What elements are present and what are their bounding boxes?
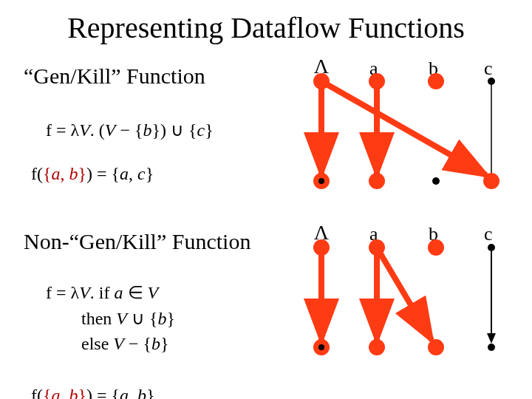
gen-kill-diagram: Λ [292,63,514,196]
node-c-top [488,78,495,85]
node2-lambda-top [313,239,330,256]
eq6-a: a [52,386,61,399]
eq1-mid3: }) ∪ { [152,120,197,140]
eq2-rc: c [137,164,146,183]
node-a-top [369,73,385,89]
page-title: Representing Dataflow Functions [0,10,532,45]
node-c-bot [483,173,499,189]
eq6-eq: ) = { [86,386,120,399]
eq5-b: b [151,334,160,353]
eq6-lhs: f( [31,386,43,399]
eq5-V: V [113,334,124,353]
eq2-ra: a [120,164,129,183]
eq5-min: − { [124,334,151,353]
eq5-else: else [46,334,113,353]
eq6-close: } [78,386,87,399]
eq1-var-v: V [79,120,90,140]
equation-2: f({a, b}) = {a, c} [22,144,154,184]
node2-c-top [488,244,495,251]
edge2-a-b [377,248,432,340]
section-1-heading: “Gen/Kill” Function [24,64,205,89]
eq1-mid1: . ( [90,120,105,140]
eq2-eq: ) = { [86,164,120,183]
eq1-lhs: f = λ [46,120,79,140]
node-a-bot [369,173,385,189]
eq5-end: } [160,334,169,353]
eq6-rb: b [137,386,146,399]
node-b-bot [432,177,440,185]
section-2-heading: Non-“Gen/Kill” Function [24,229,250,254]
node-lambda-top [313,73,330,89]
equation-5: else V − {b} [37,314,169,354]
non-gen-kill-diagram: Λ [292,229,514,362]
eq6-com: , [61,386,69,399]
node2-b-bot [428,339,444,355]
eq6-ra: a [120,386,129,399]
eq2-close: } [78,164,87,183]
node-lambda-bot-inner [318,178,324,184]
equation-1: f = λV. (V − {b}) ∪ {c} [37,100,214,140]
eq2-end: } [146,164,154,183]
node2-b-top [428,239,444,256]
eq6-end: } [146,386,155,399]
eq1-mid2: − { [116,120,143,140]
eq1-var-b: b [143,120,152,140]
node2-lambda-bot-inner [318,344,324,350]
node-b-top [428,73,444,89]
eq1-var-v2: V [105,120,116,140]
node2-a-bot [369,339,385,355]
eq1-var-c: c [197,120,205,140]
eq2-com: , [61,164,69,183]
eq2-open: { [43,164,52,183]
node2-a-top [369,239,385,256]
eq2-com2: , [129,164,137,183]
eq2-b: b [69,164,78,183]
eq6-b: b [69,386,78,399]
eq6-com2: , [129,386,137,399]
eq6-open: { [43,386,52,399]
equation-6: f({a, b}) = {a, b} [22,366,155,399]
edge-lambda-c [321,81,486,175]
eq1-end: } [205,120,214,140]
node2-c-bot [488,344,495,351]
eq2-lhs: f( [31,164,43,183]
eq2-a: a [52,164,61,183]
